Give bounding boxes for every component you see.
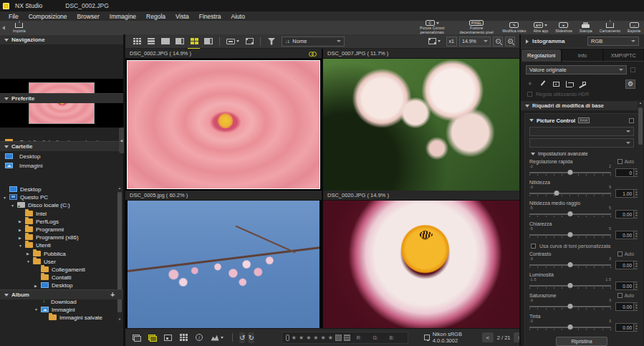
tree-item-questo-pc[interactable]: ▼Questo PC xyxy=(0,193,117,201)
expand-arrow-icon[interactable]: ▼ xyxy=(27,259,33,264)
zoom-out-button[interactable]: − xyxy=(493,37,503,47)
tree-item-intel[interactable]: Intel xyxy=(0,210,117,218)
rotate-left-button[interactable]: ↺ xyxy=(239,332,245,343)
export-button[interactable]: → Esporta xyxy=(624,21,644,34)
picture-control-checkbox[interactable] xyxy=(629,118,634,123)
fit-to-screen-button[interactable] xyxy=(426,36,444,47)
menu-vista[interactable]: Vista xyxy=(170,11,194,21)
expand-arrow-icon[interactable]: ▼ xyxy=(34,307,41,312)
slider-track[interactable] xyxy=(529,232,611,239)
star-icon[interactable]: ★ xyxy=(306,335,311,341)
menu-finestra[interactable]: Finestra xyxy=(194,11,226,21)
tree-item-contatti[interactable]: Contatti xyxy=(0,274,117,282)
menu-regola[interactable]: Regola xyxy=(141,11,170,21)
add-album-button[interactable]: + xyxy=(110,291,115,299)
photo-image[interactable] xyxy=(323,201,519,328)
slider-thumb[interactable] xyxy=(554,191,559,196)
crop-icon[interactable] xyxy=(566,81,572,87)
filter-button[interactable] xyxy=(264,36,279,47)
value-input[interactable]: 1.00 xyxy=(615,189,634,198)
collapse-left-icon[interactable] xyxy=(2,26,5,30)
picture-control-select[interactable] xyxy=(529,127,634,136)
slider-track[interactable] xyxy=(529,211,611,218)
slider-track[interactable] xyxy=(529,325,611,331)
expand-arrow-icon[interactable]: ▼ xyxy=(3,196,9,200)
tree-item-user[interactable]: ▼User xyxy=(0,258,117,266)
star-icon[interactable]: ★ xyxy=(313,335,318,341)
slider-thumb[interactable] xyxy=(568,170,573,175)
slider-track[interactable] xyxy=(529,170,611,176)
upload-button[interactable]: Caricamento xyxy=(596,21,624,34)
expand-arrow-icon[interactable]: ▼ xyxy=(19,244,25,248)
sidebar-splitter-handle[interactable]: ◀ xyxy=(119,128,124,153)
photo-cell-4[interactable]: DSC_0020.JPG ( 14.9% ) xyxy=(323,191,519,328)
zoom-in-button[interactable]: + xyxy=(505,37,515,47)
value-input[interactable]: 0.00 xyxy=(615,282,634,290)
value-input[interactable]: 0.00 xyxy=(615,323,634,332)
tree-item-pubblica[interactable]: ▶Pubblica xyxy=(0,250,117,258)
value-input[interactable]: 0.00 xyxy=(615,231,634,239)
expand-arrow-icon[interactable]: ▶ xyxy=(19,228,25,232)
navigation-panel-header[interactable]: Navigazione xyxy=(0,34,123,44)
menu-aiuto[interactable]: Aiuto xyxy=(226,11,250,21)
scrollbar-thumb[interactable] xyxy=(638,107,643,145)
favorite-pictures[interactable]: Immagini xyxy=(0,161,123,170)
auto-checkbox[interactable] xyxy=(617,251,623,256)
slider-thumb[interactable] xyxy=(568,262,573,267)
photo-image[interactable] xyxy=(323,59,519,191)
scroll-down-icon[interactable]: ▼ xyxy=(117,317,122,322)
tree-item-immagini-salvate[interactable]: Immagini salvate xyxy=(0,314,117,322)
color-control-point-icon[interactable]: + xyxy=(553,82,559,87)
tree-item-immagini[interactable]: ▼Immagini xyxy=(0,306,117,314)
histogram-panel-header[interactable]: Istogramma RGB xyxy=(521,34,644,49)
tab-info[interactable]: Info xyxy=(562,49,602,62)
photo-image-selected[interactable] xyxy=(125,59,322,191)
photo-cell-3[interactable]: DSC_0005.jpg ( 60.2% ) xyxy=(125,191,322,328)
menu-immagine[interactable]: Immagine xyxy=(105,11,141,21)
label-badge-icon[interactable] xyxy=(344,335,350,341)
preset-select[interactable]: Valore originale xyxy=(526,65,627,75)
second-window-button[interactable] xyxy=(224,36,242,47)
value-input[interactable]: 0.00 xyxy=(615,261,634,269)
expand-arrow-icon[interactable]: ▶ xyxy=(27,251,33,256)
settings-gear-icon[interactable]: ⚙ xyxy=(625,80,635,89)
auto-retouch-icon[interactable]: ✦ xyxy=(527,80,533,87)
zoom-1to1-button[interactable]: x1 xyxy=(446,37,457,47)
favorite-desktop[interactable]: Desktop xyxy=(0,152,123,161)
expand-arrow-icon[interactable]: ▶ xyxy=(34,284,41,288)
print-button[interactable]: Stampa xyxy=(576,21,596,34)
tab-xmp-iptc[interactable]: XMP/IPTC xyxy=(603,49,644,62)
star-icon[interactable]: ★ xyxy=(292,335,297,341)
thumbnail-list-view-button[interactable] xyxy=(144,36,158,47)
picture-control-header[interactable]: Picture Control RAW xyxy=(529,116,634,125)
folder-tree-scrollbar[interactable]: ▲ ▼ xyxy=(117,186,122,322)
show-thumbnails-button[interactable] xyxy=(130,332,143,343)
value-input[interactable]: 0.00 xyxy=(615,302,634,311)
tab-regolazioni[interactable]: Regolazioni xyxy=(521,49,562,62)
slider-thumb[interactable] xyxy=(568,304,573,309)
protect-badge-icon[interactable] xyxy=(335,335,342,341)
slideshow-button[interactable]: ▸ Slideshow xyxy=(552,21,576,34)
retouch-brush-icon[interactable] xyxy=(539,80,547,87)
fullscreen-button[interactable] xyxy=(242,36,256,47)
image-view-button[interactable] xyxy=(158,36,173,47)
scroll-up-icon[interactable]: ▲ xyxy=(117,186,122,191)
menu-browser[interactable]: Browser xyxy=(72,11,105,21)
star-icon[interactable]: ★ xyxy=(328,335,333,341)
sort-select[interactable]: ↓1 Nome xyxy=(282,37,345,47)
slider-track[interactable] xyxy=(529,283,611,289)
four-up-view-button[interactable] xyxy=(187,36,201,47)
expand-arrow-icon[interactable]: ▶ xyxy=(19,219,25,224)
expand-arrow-icon[interactable] xyxy=(526,39,529,44)
picture-control-sub-select[interactable] xyxy=(529,138,634,148)
tree-item-utenti[interactable]: ▼Utenti xyxy=(0,241,117,249)
thumbnail-grid-view-button[interactable] xyxy=(130,36,144,47)
tree-item-disco-locale[interactable]: ▼Disco locale (C:) xyxy=(0,201,117,209)
show-histogram-button[interactable] xyxy=(208,332,226,343)
slider-track[interactable] xyxy=(529,304,611,310)
slider-thumb[interactable] xyxy=(568,232,573,237)
zoom-level-select[interactable]: 14.9% xyxy=(459,37,491,47)
photo-cell-1[interactable]: DSC_0002.JPG ( 14.9% ) xyxy=(125,49,322,191)
favorites-panel-header[interactable]: Preferite xyxy=(0,93,123,103)
auto-checkbox[interactable] xyxy=(617,293,623,298)
